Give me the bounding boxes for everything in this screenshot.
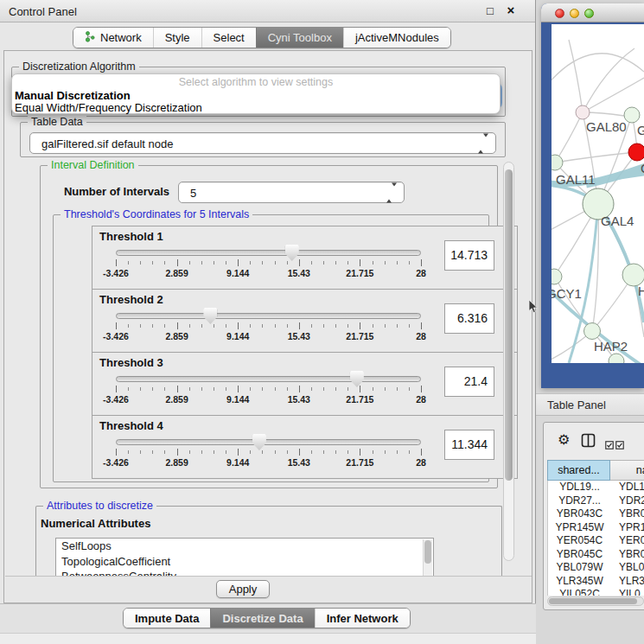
network-view-window: GAL80 GA C GAL11 GAL4 GCY1 H HAP2 (541, 3, 644, 388)
table-row[interactable]: YLR345WYLR3 (548, 575, 644, 589)
cell[interactable]: YIL052C (548, 588, 611, 596)
tick-mark (262, 387, 263, 391)
node-label-partial-ga: GA (637, 123, 644, 137)
table-data-combobox[interactable]: galFiltered.sif default node (29, 132, 496, 154)
node-gal80[interactable] (576, 105, 590, 119)
tick-mark (116, 386, 117, 392)
tick-mark (214, 324, 214, 328)
table-horizontal-scrollbar[interactable] (547, 596, 644, 606)
cell[interactable]: YBR045C (548, 548, 611, 562)
threshold-3-value-field[interactable]: 21.4 (444, 367, 494, 397)
column-header-shared-name[interactable]: shared... (547, 460, 610, 481)
tab-discretize-data[interactable]: Discretize Data (210, 609, 314, 628)
threshold-1-slider-track[interactable] (116, 250, 421, 256)
apply-button[interactable]: Apply (216, 580, 270, 598)
tick-label: 15.43 (288, 331, 310, 341)
tick-mark (250, 324, 251, 328)
threshold-2-slider-track[interactable] (116, 313, 421, 319)
tab-infer-network[interactable]: Infer Network (315, 609, 410, 628)
tick-mark (373, 261, 373, 265)
tab-select[interactable]: Select (201, 28, 256, 48)
cell[interactable]: YER0 (611, 534, 644, 548)
gear-icon[interactable]: ⚙ (558, 433, 570, 447)
close-icon[interactable]: × (504, 3, 518, 17)
cell[interactable]: YPR1 (611, 521, 644, 535)
table-row[interactable]: YBR045CYBR0 (548, 548, 644, 562)
column-header-name[interactable]: name (610, 460, 644, 481)
threshold-4-value-field[interactable]: 11.344 (444, 430, 494, 460)
table-row[interactable]: YBR043CYBR0 (548, 507, 644, 521)
tick-mark (201, 324, 202, 328)
node-bottom-partial[interactable] (609, 354, 624, 363)
list-scrollbar-thumb[interactable] (424, 540, 431, 564)
cell[interactable]: YDL19... (548, 481, 611, 494)
table-row[interactable]: YPR145WYPR1 (548, 521, 644, 535)
table-row[interactable]: YDR27...YDR2 (548, 494, 644, 508)
threshold-2-value-field[interactable]: 6.316 (444, 303, 494, 334)
node-gal11[interactable] (552, 155, 563, 170)
cell[interactable]: YLR345W (548, 575, 611, 589)
list-item[interactable]: SelfLoops (56, 539, 433, 554)
cell[interactable]: YDL1 (611, 481, 644, 494)
table-browser-panel: ⚙ shared... name YDL19...YDL1 YDR27. (543, 422, 644, 610)
columns-icon[interactable] (581, 433, 596, 451)
tick-label: 2.859 (165, 268, 188, 278)
table-row[interactable]: YDL19...YDL1 (548, 481, 644, 494)
threshold-1-value-field[interactable]: 14.713 (444, 240, 494, 271)
tab-network[interactable]: Network (73, 28, 153, 48)
tab-impute-data[interactable]: Impute Data (124, 609, 210, 628)
node-label-gal11: GAL11 (556, 172, 596, 187)
tick-mark (116, 259, 117, 266)
content-scrollbar[interactable] (503, 162, 514, 561)
cell[interactable]: YDR2 (611, 494, 644, 508)
checkbox-checked-icon[interactable] (615, 437, 624, 453)
close-traffic-light-icon[interactable] (555, 9, 564, 18)
number-of-intervals-combobox[interactable]: 5 (178, 182, 405, 203)
network-icon (85, 31, 95, 45)
cell[interactable]: YPR145W (548, 521, 611, 535)
content-scrollbar-thumb[interactable] (505, 169, 513, 481)
option-equal-width-frequency[interactable]: Equal Width/Frequency Discretization (15, 101, 202, 114)
network-window-titlebar[interactable] (541, 3, 644, 22)
cell[interactable]: YBL0 (611, 561, 644, 575)
minimize-traffic-light-icon[interactable] (570, 9, 579, 18)
tick-mark (373, 387, 373, 391)
list-item[interactable]: TopologicalCoefficient (56, 554, 433, 570)
tick-mark (360, 259, 360, 266)
threshold-4-slider-track[interactable] (116, 439, 421, 445)
node-gcy1[interactable] (552, 269, 562, 284)
option-manual-discretization[interactable]: Manual Discretization (15, 89, 131, 102)
zoom-traffic-light-icon[interactable] (584, 9, 594, 18)
control-panel-titlebar: Control Panel □ × (0, 0, 535, 22)
tick-mark (201, 387, 202, 391)
tick-label: 21.715 (346, 331, 373, 341)
tab-jactivemnodules[interactable]: jActiveMNodules (343, 28, 450, 48)
table-row[interactable]: YER054CYER0 (548, 534, 644, 548)
cell[interactable]: YBR0 (611, 548, 644, 562)
table-row[interactable]: YBL079WYBL0 (548, 561, 644, 575)
table-row[interactable]: YIL052CYIL0 (548, 588, 644, 596)
tick-label: 28 (416, 394, 426, 405)
network-graph: GAL80 GA C GAL11 GAL4 GCY1 H HAP2 (552, 24, 644, 363)
tab-infer-label: Infer Network (327, 612, 399, 625)
cell[interactable]: YLR3 (611, 575, 644, 589)
tick-label: 15.43 (288, 457, 310, 468)
cell[interactable]: YBL079W (548, 561, 611, 575)
network-canvas[interactable]: GAL80 GA C GAL11 GAL4 GCY1 H HAP2 (552, 24, 644, 363)
attributes-group: Attributes to discretize Numerical Attri… (35, 506, 502, 578)
node-hap2[interactable] (584, 323, 601, 340)
tick-mark (335, 261, 336, 265)
cell[interactable]: YDR27... (548, 494, 611, 508)
threshold-3-slider-track[interactable] (116, 376, 421, 382)
tab-style[interactable]: Style (153, 28, 201, 48)
checkbox-checked-icon[interactable] (605, 437, 614, 453)
tick-mark (250, 387, 251, 391)
node-red-selected[interactable] (628, 143, 644, 161)
cell[interactable]: YBR043C (548, 507, 611, 521)
cell[interactable]: YBR0 (611, 507, 644, 521)
cell[interactable]: YIL0 (611, 588, 644, 596)
cell[interactable]: YER054C (548, 534, 611, 548)
float-window-icon[interactable]: □ (483, 4, 497, 17)
tab-cyni-toolbox[interactable]: Cyni Toolbox (256, 28, 343, 48)
table-hscrollbar-thumb[interactable] (549, 598, 637, 604)
